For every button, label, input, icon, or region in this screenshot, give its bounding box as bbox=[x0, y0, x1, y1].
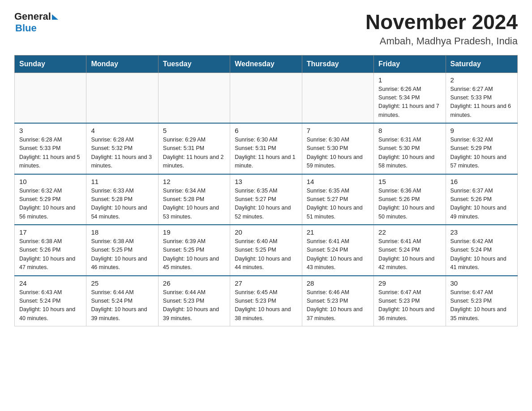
day-info: Sunrise: 6:47 AM Sunset: 5:23 PM Dayligh… bbox=[450, 288, 513, 323]
calendar-cell: 21Sunrise: 6:41 AM Sunset: 5:24 PM Dayli… bbox=[302, 225, 373, 276]
calendar-cell: 11Sunrise: 6:33 AM Sunset: 5:28 PM Dayli… bbox=[86, 174, 158, 225]
day-info: Sunrise: 6:27 AM Sunset: 5:33 PM Dayligh… bbox=[450, 85, 513, 120]
day-info: Sunrise: 6:28 AM Sunset: 5:32 PM Dayligh… bbox=[91, 136, 153, 171]
calendar-cell: 30Sunrise: 6:47 AM Sunset: 5:23 PM Dayli… bbox=[446, 276, 517, 326]
calendar-title: November 2024 bbox=[365, 11, 518, 34]
calendar-cell: 25Sunrise: 6:44 AM Sunset: 5:24 PM Dayli… bbox=[86, 276, 158, 326]
day-number: 5 bbox=[163, 127, 225, 134]
day-number: 11 bbox=[91, 178, 153, 185]
day-number: 1 bbox=[378, 76, 441, 84]
day-number: 22 bbox=[378, 228, 441, 236]
day-number: 2 bbox=[450, 76, 513, 84]
calendar-cell: 23Sunrise: 6:42 AM Sunset: 5:24 PM Dayli… bbox=[446, 225, 517, 276]
day-info: Sunrise: 6:42 AM Sunset: 5:24 PM Dayligh… bbox=[450, 237, 513, 272]
day-number: 8 bbox=[378, 127, 441, 134]
day-info: Sunrise: 6:30 AM Sunset: 5:31 PM Dayligh… bbox=[235, 136, 297, 171]
calendar-cell: 9Sunrise: 6:32 AM Sunset: 5:29 PM Daylig… bbox=[446, 123, 517, 174]
calendar-cell: 12Sunrise: 6:34 AM Sunset: 5:28 PM Dayli… bbox=[158, 174, 230, 225]
day-number: 20 bbox=[235, 228, 297, 236]
day-number: 17 bbox=[19, 228, 82, 236]
day-number: 21 bbox=[307, 228, 369, 236]
day-info: Sunrise: 6:35 AM Sunset: 5:27 PM Dayligh… bbox=[235, 187, 297, 222]
day-info: Sunrise: 6:29 AM Sunset: 5:31 PM Dayligh… bbox=[163, 136, 225, 171]
day-number: 14 bbox=[307, 178, 369, 185]
calendar-week-row: 1Sunrise: 6:26 AM Sunset: 5:34 PM Daylig… bbox=[15, 73, 518, 123]
calendar-cell: 20Sunrise: 6:40 AM Sunset: 5:25 PM Dayli… bbox=[230, 225, 302, 276]
calendar-week-row: 10Sunrise: 6:32 AM Sunset: 5:29 PM Dayli… bbox=[15, 174, 518, 225]
calendar-table: SundayMondayTuesdayWednesdayThursdayFrid… bbox=[14, 55, 518, 327]
calendar-cell: 6Sunrise: 6:30 AM Sunset: 5:31 PM Daylig… bbox=[230, 123, 302, 174]
day-info: Sunrise: 6:43 AM Sunset: 5:24 PM Dayligh… bbox=[19, 288, 82, 323]
calendar-header-tuesday: Tuesday bbox=[158, 55, 230, 73]
day-number: 13 bbox=[235, 178, 297, 185]
calendar-cell: 16Sunrise: 6:37 AM Sunset: 5:26 PM Dayli… bbox=[446, 174, 517, 225]
calendar-header-saturday: Saturday bbox=[446, 55, 517, 73]
day-info: Sunrise: 6:32 AM Sunset: 5:29 PM Dayligh… bbox=[19, 187, 82, 222]
day-info: Sunrise: 6:45 AM Sunset: 5:23 PM Dayligh… bbox=[235, 288, 297, 323]
calendar-cell: 13Sunrise: 6:35 AM Sunset: 5:27 PM Dayli… bbox=[230, 174, 302, 225]
calendar-subtitle: Ambah, Madhya Pradesh, India bbox=[365, 35, 518, 47]
day-info: Sunrise: 6:40 AM Sunset: 5:25 PM Dayligh… bbox=[235, 237, 297, 272]
day-number: 12 bbox=[163, 178, 225, 185]
day-info: Sunrise: 6:36 AM Sunset: 5:26 PM Dayligh… bbox=[378, 187, 441, 222]
logo-triangle-icon bbox=[52, 14, 58, 20]
day-info: Sunrise: 6:35 AM Sunset: 5:27 PM Dayligh… bbox=[307, 187, 369, 222]
calendar-cell: 15Sunrise: 6:36 AM Sunset: 5:26 PM Dayli… bbox=[374, 174, 446, 225]
day-number: 15 bbox=[378, 178, 441, 185]
calendar-week-row: 17Sunrise: 6:38 AM Sunset: 5:26 PM Dayli… bbox=[15, 225, 518, 276]
day-number: 4 bbox=[91, 127, 153, 134]
calendar-cell: 4Sunrise: 6:28 AM Sunset: 5:32 PM Daylig… bbox=[86, 123, 158, 174]
calendar-header-wednesday: Wednesday bbox=[230, 55, 302, 73]
calendar-header-monday: Monday bbox=[86, 55, 158, 73]
day-info: Sunrise: 6:26 AM Sunset: 5:34 PM Dayligh… bbox=[378, 85, 441, 120]
day-info: Sunrise: 6:33 AM Sunset: 5:28 PM Dayligh… bbox=[91, 187, 153, 222]
day-number: 27 bbox=[235, 279, 297, 287]
day-info: Sunrise: 6:37 AM Sunset: 5:26 PM Dayligh… bbox=[450, 187, 513, 222]
day-number: 25 bbox=[91, 279, 153, 287]
calendar-cell bbox=[86, 73, 158, 123]
calendar-cell: 10Sunrise: 6:32 AM Sunset: 5:29 PM Dayli… bbox=[15, 174, 86, 225]
calendar-cell: 27Sunrise: 6:45 AM Sunset: 5:23 PM Dayli… bbox=[230, 276, 302, 326]
logo: General Blue bbox=[14, 11, 58, 34]
day-number: 19 bbox=[163, 228, 225, 236]
calendar-header-row: SundayMondayTuesdayWednesdayThursdayFrid… bbox=[15, 55, 518, 73]
day-number: 30 bbox=[450, 279, 513, 287]
calendar-cell: 3Sunrise: 6:28 AM Sunset: 5:33 PM Daylig… bbox=[15, 123, 86, 174]
day-info: Sunrise: 6:32 AM Sunset: 5:29 PM Dayligh… bbox=[450, 136, 513, 171]
day-info: Sunrise: 6:46 AM Sunset: 5:23 PM Dayligh… bbox=[307, 288, 369, 323]
day-number: 7 bbox=[307, 127, 369, 134]
calendar-cell bbox=[302, 73, 373, 123]
calendar-cell: 14Sunrise: 6:35 AM Sunset: 5:27 PM Dayli… bbox=[302, 174, 373, 225]
day-number: 23 bbox=[450, 228, 513, 236]
day-number: 9 bbox=[450, 127, 513, 134]
day-info: Sunrise: 6:34 AM Sunset: 5:28 PM Dayligh… bbox=[163, 187, 225, 222]
day-info: Sunrise: 6:44 AM Sunset: 5:24 PM Dayligh… bbox=[91, 288, 153, 323]
calendar-header-thursday: Thursday bbox=[302, 55, 373, 73]
calendar-cell: 19Sunrise: 6:39 AM Sunset: 5:25 PM Dayli… bbox=[158, 225, 230, 276]
calendar-cell: 2Sunrise: 6:27 AM Sunset: 5:33 PM Daylig… bbox=[446, 73, 517, 123]
day-number: 29 bbox=[378, 279, 441, 287]
logo-general-text: General bbox=[14, 11, 51, 22]
calendar-header-sunday: Sunday bbox=[15, 55, 86, 73]
calendar-week-row: 24Sunrise: 6:43 AM Sunset: 5:24 PM Dayli… bbox=[15, 276, 518, 326]
calendar-cell: 1Sunrise: 6:26 AM Sunset: 5:34 PM Daylig… bbox=[374, 73, 446, 123]
day-info: Sunrise: 6:41 AM Sunset: 5:24 PM Dayligh… bbox=[378, 237, 441, 272]
day-number: 18 bbox=[91, 228, 153, 236]
calendar-cell: 29Sunrise: 6:47 AM Sunset: 5:23 PM Dayli… bbox=[374, 276, 446, 326]
calendar-cell bbox=[158, 73, 230, 123]
logo-blue-text: Blue bbox=[15, 22, 37, 34]
day-info: Sunrise: 6:47 AM Sunset: 5:23 PM Dayligh… bbox=[378, 288, 441, 323]
day-info: Sunrise: 6:31 AM Sunset: 5:30 PM Dayligh… bbox=[378, 136, 441, 171]
calendar-cell: 8Sunrise: 6:31 AM Sunset: 5:30 PM Daylig… bbox=[374, 123, 446, 174]
calendar-cell: 28Sunrise: 6:46 AM Sunset: 5:23 PM Dayli… bbox=[302, 276, 373, 326]
calendar-cell bbox=[15, 73, 86, 123]
day-number: 6 bbox=[235, 127, 297, 134]
calendar-cell: 17Sunrise: 6:38 AM Sunset: 5:26 PM Dayli… bbox=[15, 225, 86, 276]
day-number: 28 bbox=[307, 279, 369, 287]
day-number: 10 bbox=[19, 178, 82, 185]
calendar-cell: 26Sunrise: 6:44 AM Sunset: 5:23 PM Dayli… bbox=[158, 276, 230, 326]
calendar-cell: 7Sunrise: 6:30 AM Sunset: 5:30 PM Daylig… bbox=[302, 123, 373, 174]
calendar-cell bbox=[230, 73, 302, 123]
day-info: Sunrise: 6:38 AM Sunset: 5:26 PM Dayligh… bbox=[19, 237, 82, 272]
day-number: 24 bbox=[19, 279, 82, 287]
